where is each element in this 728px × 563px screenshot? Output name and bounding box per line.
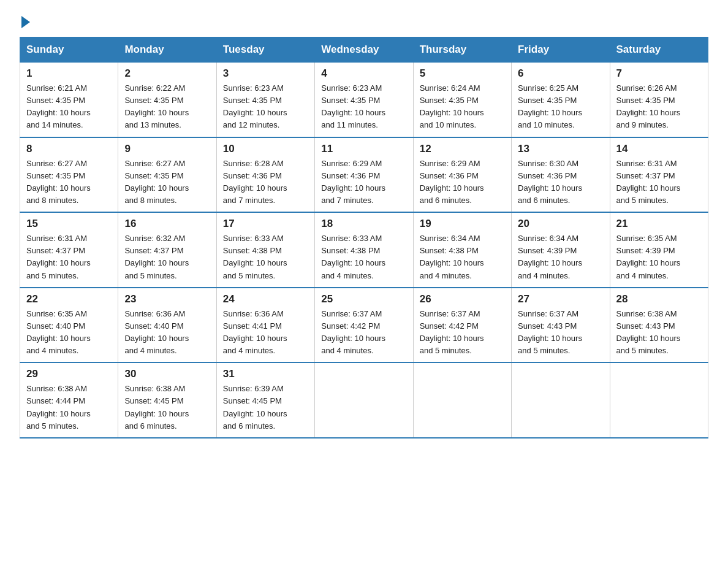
calendar-week-row: 22 Sunrise: 6:35 AM Sunset: 4:40 PM Dayl…: [20, 288, 708, 363]
day-info: Sunrise: 6:31 AM Sunset: 4:37 PM Dayligh…: [616, 158, 702, 207]
day-info: Sunrise: 6:28 AM Sunset: 4:36 PM Dayligh…: [223, 158, 308, 207]
day-info: Sunrise: 6:38 AM Sunset: 4:43 PM Dayligh…: [616, 308, 702, 358]
day-number: 9: [124, 143, 210, 155]
day-number: 15: [26, 218, 112, 230]
day-number: 4: [321, 67, 406, 80]
day-number: 17: [223, 218, 308, 230]
calendar-week-row: 29 Sunrise: 6:38 AM Sunset: 4:44 PM Dayl…: [20, 362, 708, 438]
calendar-day-cell: 11 Sunrise: 6:29 AM Sunset: 4:36 PM Dayl…: [315, 137, 413, 213]
calendar-week-row: 8 Sunrise: 6:27 AM Sunset: 4:35 PM Dayli…: [20, 137, 708, 213]
day-number: 26: [420, 293, 505, 305]
day-number: 23: [124, 293, 210, 305]
day-number: 10: [223, 143, 308, 155]
day-info: Sunrise: 6:31 AM Sunset: 4:37 PM Dayligh…: [26, 232, 112, 282]
day-number: 16: [124, 218, 210, 230]
calendar-week-row: 15 Sunrise: 6:31 AM Sunset: 4:37 PM Dayl…: [20, 212, 708, 288]
header-wednesday: Wednesday: [315, 37, 413, 63]
calendar-day-cell: 7 Sunrise: 6:26 AM Sunset: 4:35 PM Dayli…: [610, 63, 708, 137]
calendar-day-cell: 13 Sunrise: 6:30 AM Sunset: 4:36 PM Dayl…: [512, 137, 610, 213]
logo: [20, 15, 30, 26]
day-number: 11: [321, 143, 406, 155]
day-number: 31: [223, 368, 308, 380]
day-info: Sunrise: 6:24 AM Sunset: 4:35 PM Dayligh…: [420, 82, 505, 132]
day-info: Sunrise: 6:23 AM Sunset: 4:35 PM Dayligh…: [223, 82, 308, 132]
day-number: 12: [420, 143, 505, 155]
day-info: Sunrise: 6:34 AM Sunset: 4:39 PM Dayligh…: [518, 232, 603, 282]
calendar-day-cell: 27 Sunrise: 6:37 AM Sunset: 4:43 PM Dayl…: [512, 288, 610, 363]
calendar-day-cell: 28 Sunrise: 6:38 AM Sunset: 4:43 PM Dayl…: [610, 288, 708, 363]
calendar-day-cell: 2 Sunrise: 6:22 AM Sunset: 4:35 PM Dayli…: [118, 63, 216, 137]
calendar-day-cell: 17 Sunrise: 6:33 AM Sunset: 4:38 PM Dayl…: [216, 212, 314, 288]
day-info: Sunrise: 6:36 AM Sunset: 4:41 PM Dayligh…: [223, 308, 308, 358]
calendar-day-cell: 12 Sunrise: 6:29 AM Sunset: 4:36 PM Dayl…: [413, 137, 511, 213]
day-info: Sunrise: 6:39 AM Sunset: 4:45 PM Dayligh…: [223, 383, 308, 432]
day-info: Sunrise: 6:35 AM Sunset: 4:39 PM Dayligh…: [616, 232, 702, 282]
day-info: Sunrise: 6:38 AM Sunset: 4:44 PM Dayligh…: [26, 383, 112, 432]
calendar-table: SundayMondayTuesdayWednesdayThursdayFrid…: [20, 37, 708, 439]
day-number: 13: [518, 143, 603, 155]
calendar-header-row: SundayMondayTuesdayWednesdayThursdayFrid…: [20, 37, 708, 63]
calendar-day-cell: 29 Sunrise: 6:38 AM Sunset: 4:44 PM Dayl…: [20, 362, 118, 438]
day-number: 5: [420, 67, 505, 80]
day-info: Sunrise: 6:36 AM Sunset: 4:40 PM Dayligh…: [124, 308, 210, 358]
day-number: 27: [518, 293, 603, 305]
day-number: 19: [420, 218, 505, 230]
day-info: Sunrise: 6:29 AM Sunset: 4:36 PM Dayligh…: [420, 158, 505, 207]
day-number: 24: [223, 293, 308, 305]
day-info: Sunrise: 6:37 AM Sunset: 4:42 PM Dayligh…: [321, 308, 406, 358]
header-tuesday: Tuesday: [216, 37, 314, 63]
day-info: Sunrise: 6:37 AM Sunset: 4:43 PM Dayligh…: [518, 308, 603, 358]
calendar-day-cell: [315, 362, 413, 438]
calendar-day-cell: 8 Sunrise: 6:27 AM Sunset: 4:35 PM Dayli…: [20, 137, 118, 213]
calendar-day-cell: [610, 362, 708, 438]
day-info: Sunrise: 6:32 AM Sunset: 4:37 PM Dayligh…: [124, 232, 210, 282]
day-info: Sunrise: 6:37 AM Sunset: 4:42 PM Dayligh…: [420, 308, 505, 358]
calendar-day-cell: 5 Sunrise: 6:24 AM Sunset: 4:35 PM Dayli…: [413, 63, 511, 137]
calendar-day-cell: 3 Sunrise: 6:23 AM Sunset: 4:35 PM Dayli…: [216, 63, 314, 137]
calendar-day-cell: 31 Sunrise: 6:39 AM Sunset: 4:45 PM Dayl…: [216, 362, 314, 438]
day-info: Sunrise: 6:21 AM Sunset: 4:35 PM Dayligh…: [26, 82, 112, 132]
calendar-day-cell: 21 Sunrise: 6:35 AM Sunset: 4:39 PM Dayl…: [610, 212, 708, 288]
day-info: Sunrise: 6:25 AM Sunset: 4:35 PM Dayligh…: [518, 82, 603, 132]
calendar-day-cell: 10 Sunrise: 6:28 AM Sunset: 4:36 PM Dayl…: [216, 137, 314, 213]
day-number: 25: [321, 293, 406, 305]
calendar-day-cell: 26 Sunrise: 6:37 AM Sunset: 4:42 PM Dayl…: [413, 288, 511, 363]
calendar-day-cell: [512, 362, 610, 438]
day-info: Sunrise: 6:33 AM Sunset: 4:38 PM Dayligh…: [321, 232, 406, 282]
day-number: 8: [26, 143, 112, 155]
calendar-day-cell: 25 Sunrise: 6:37 AM Sunset: 4:42 PM Dayl…: [315, 288, 413, 363]
day-info: Sunrise: 6:22 AM Sunset: 4:35 PM Dayligh…: [124, 82, 210, 132]
day-number: 22: [26, 293, 112, 305]
calendar-day-cell: 1 Sunrise: 6:21 AM Sunset: 4:35 PM Dayli…: [20, 63, 118, 137]
page-header: [20, 15, 708, 26]
day-number: 2: [124, 67, 210, 80]
calendar-day-cell: 30 Sunrise: 6:38 AM Sunset: 4:45 PM Dayl…: [118, 362, 216, 438]
day-info: Sunrise: 6:35 AM Sunset: 4:40 PM Dayligh…: [26, 308, 112, 358]
day-number: 18: [321, 218, 406, 230]
day-number: 7: [616, 67, 702, 80]
header-sunday: Sunday: [20, 37, 118, 63]
calendar-day-cell: [413, 362, 511, 438]
day-number: 28: [616, 293, 702, 305]
calendar-day-cell: 16 Sunrise: 6:32 AM Sunset: 4:37 PM Dayl…: [118, 212, 216, 288]
day-number: 30: [124, 368, 210, 380]
day-info: Sunrise: 6:30 AM Sunset: 4:36 PM Dayligh…: [518, 158, 603, 207]
day-number: 21: [616, 218, 702, 230]
calendar-day-cell: 19 Sunrise: 6:34 AM Sunset: 4:38 PM Dayl…: [413, 212, 511, 288]
day-info: Sunrise: 6:33 AM Sunset: 4:38 PM Dayligh…: [223, 232, 308, 282]
calendar-day-cell: 18 Sunrise: 6:33 AM Sunset: 4:38 PM Dayl…: [315, 212, 413, 288]
day-info: Sunrise: 6:27 AM Sunset: 4:35 PM Dayligh…: [26, 158, 112, 207]
calendar-day-cell: 24 Sunrise: 6:36 AM Sunset: 4:41 PM Dayl…: [216, 288, 314, 363]
day-number: 6: [518, 67, 603, 80]
calendar-day-cell: 9 Sunrise: 6:27 AM Sunset: 4:35 PM Dayli…: [118, 137, 216, 213]
day-info: Sunrise: 6:23 AM Sunset: 4:35 PM Dayligh…: [321, 82, 406, 132]
header-friday: Friday: [512, 37, 610, 63]
header-saturday: Saturday: [610, 37, 708, 63]
day-number: 29: [26, 368, 112, 380]
day-info: Sunrise: 6:27 AM Sunset: 4:35 PM Dayligh…: [124, 158, 210, 207]
day-info: Sunrise: 6:34 AM Sunset: 4:38 PM Dayligh…: [420, 232, 505, 282]
day-number: 3: [223, 67, 308, 80]
day-info: Sunrise: 6:38 AM Sunset: 4:45 PM Dayligh…: [124, 383, 210, 432]
calendar-day-cell: 4 Sunrise: 6:23 AM Sunset: 4:35 PM Dayli…: [315, 63, 413, 137]
calendar-day-cell: 20 Sunrise: 6:34 AM Sunset: 4:39 PM Dayl…: [512, 212, 610, 288]
